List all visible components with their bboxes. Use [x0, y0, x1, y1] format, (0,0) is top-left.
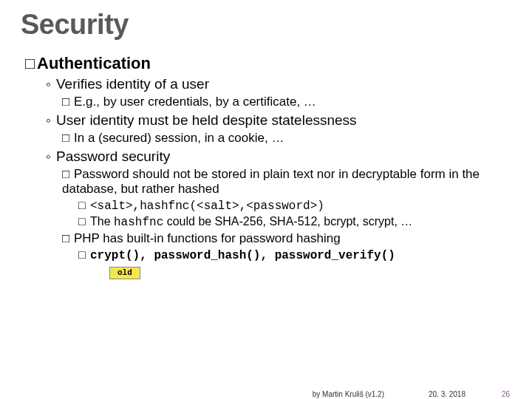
item-php-funcs: □crypt(), password_hash(), password_veri…: [78, 248, 511, 262]
text-post: could be SHA-256, SHA-512, bcrypt, scryp…: [163, 215, 412, 228]
old-badge: old: [109, 267, 140, 279]
item-text: Password should not be stored in plain t…: [62, 167, 480, 196]
bullet-diamond-icon: ◦: [46, 149, 56, 165]
bullet-square-icon: □: [25, 54, 37, 73]
item-php-builtin: □PHP has built-in functions for password…: [62, 231, 511, 246]
bullet-square-icon: □: [78, 199, 90, 212]
bullet-diamond-icon: ◦: [46, 76, 56, 92]
item-text: PHP has built-in functions for password …: [74, 231, 341, 245]
footer-date: 20. 3. 2018: [429, 390, 466, 398]
bullet-square-icon: □: [62, 131, 74, 146]
bullet-square-icon: □: [62, 167, 74, 182]
item-eg-credentials: □E.g., by user credentials, by a certifi…: [62, 95, 511, 109]
text-pre: The: [90, 215, 114, 228]
item-text: Verifies identity of a user: [56, 76, 209, 92]
item-stateless: ◦User identity must be held despite stat…: [46, 112, 511, 129]
item-text: Password security: [56, 149, 170, 164]
slide-content: □Authentication ◦Verifies identity of a …: [21, 54, 511, 279]
slide-title: Security: [21, 9, 511, 41]
bullet-square-icon: □: [78, 248, 90, 262]
item-salt-hashfnc: □<salt>,hashfnc(<salt>,<password>): [78, 199, 511, 213]
footer-credit: by Martin Kruliš (v1.2): [313, 390, 384, 398]
code-php-funcs: crypt(), password_hash(), password_verif…: [90, 249, 395, 262]
item-not-plaintext: □Password should not be stored in plain …: [62, 167, 511, 197]
heading-authentication: □Authentication: [25, 54, 511, 73]
item-hashfnc-algos: □The hashfnc could be SHA-256, SHA-512, …: [78, 215, 511, 229]
item-session: □In a (secured) session, in a cookie, …: [62, 131, 511, 146]
item-verifies: ◦Verifies identity of a user: [46, 76, 511, 92]
bullet-square-icon: □: [62, 231, 74, 246]
item-password-security: ◦Password security: [46, 149, 511, 165]
item-text: E.g., by user credentials, by a certific…: [74, 95, 316, 109]
bullet-square-icon: □: [78, 215, 90, 228]
bullet-square-icon: □: [62, 95, 74, 109]
item-text: In a (secured) session, in a cookie, …: [74, 131, 284, 145]
code-salt-hash: <salt>,hashfnc(<salt>,<password>): [90, 200, 324, 213]
footer-page: 26: [502, 390, 510, 398]
code-hashfnc: hashfnc: [114, 216, 163, 229]
bullet-diamond-icon: ◦: [46, 112, 56, 129]
item-text: User identity must be held despite state…: [56, 112, 357, 128]
slide: Security □Authentication ◦Verifies ident…: [0, 0, 532, 399]
heading-text: Authentication: [37, 54, 151, 72]
